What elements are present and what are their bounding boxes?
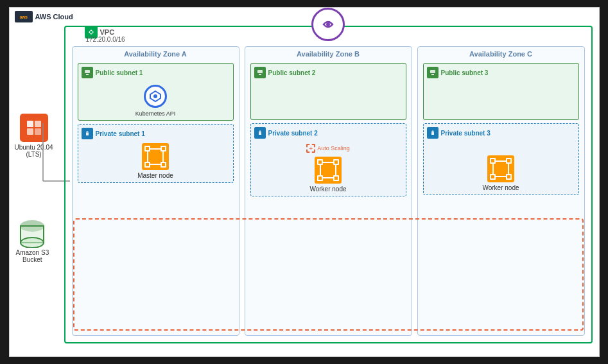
private-subnet-3-label: Private subnet 3 bbox=[441, 130, 491, 137]
az-a-box: Availability Zone A Public subnet 1 bbox=[72, 46, 239, 336]
vpc-text: VPC bbox=[100, 28, 115, 36]
svg-rect-3 bbox=[27, 128, 33, 135]
svg-rect-4 bbox=[35, 128, 41, 135]
aws-logo: aws bbox=[15, 11, 33, 22]
svg-point-19 bbox=[153, 94, 157, 98]
private-subnet-2-label: Private subnet 2 bbox=[268, 130, 318, 137]
public-subnet-3-label: Public subnet 3 bbox=[441, 69, 489, 76]
svg-rect-23 bbox=[257, 70, 263, 73]
s3-item: Amazon S3 Bucket bbox=[16, 220, 49, 263]
public-subnet-1-label: Public subnet 1 bbox=[96, 69, 143, 76]
public-subnet-1: Public subnet 1 Kub bbox=[78, 63, 234, 121]
worker-node-c-icon bbox=[487, 155, 514, 182]
auto-scaling-text: Auto Scaling bbox=[317, 145, 350, 152]
worker-node-b-icon bbox=[315, 157, 342, 184]
private-subnet-2-icon bbox=[254, 127, 266, 139]
kubernetes-api-icon bbox=[144, 85, 167, 108]
kubernetes-api-label: Kubernetes API bbox=[135, 110, 176, 117]
private-subnet-1-label: Private subnet 1 bbox=[96, 130, 145, 137]
public-subnet-2-label: Public subnet 2 bbox=[268, 69, 316, 76]
az-c-box: Availability Zone C Public subnet 3 bbox=[417, 46, 585, 336]
auto-scaling-icon: + bbox=[306, 144, 315, 153]
kubernetes-api-container: Kubernetes API bbox=[82, 82, 230, 117]
svg-rect-29 bbox=[431, 74, 434, 75]
svg-rect-21 bbox=[86, 133, 89, 135]
private-subnet-3: Private subnet 3 Worker node bbox=[423, 123, 579, 195]
az-c-label: Availability Zone C bbox=[418, 50, 584, 58]
az-container: Availability Zone A Public subnet 1 bbox=[72, 46, 585, 336]
worker-node-b-container: Worker node bbox=[254, 157, 403, 193]
auto-scaling-label-b: + Auto Scaling bbox=[254, 144, 403, 153]
public-subnet-1-icon bbox=[82, 67, 93, 78]
svg-rect-16 bbox=[86, 74, 89, 75]
aws-cloud-label: aws AWS Cloud bbox=[15, 11, 73, 22]
az-a-label: Availability Zone A bbox=[73, 50, 239, 58]
worker-node-c-label: Worker node bbox=[482, 184, 519, 191]
svg-rect-1 bbox=[27, 121, 33, 127]
master-node-icon bbox=[142, 143, 169, 170]
diagram-container: aws AWS Cloud Ubuntu 20.04 (LTS) bbox=[9, 7, 600, 357]
master-node-label: Master node bbox=[137, 172, 173, 179]
svg-point-13 bbox=[326, 22, 330, 26]
private-subnet-1-icon bbox=[82, 128, 93, 139]
worker-node-b-label: Worker node bbox=[309, 186, 346, 193]
az-b-label: Availability Zone B bbox=[245, 50, 412, 58]
private-subnet-3-icon bbox=[427, 127, 439, 139]
private-subnet-1: Private subnet 1 Master node bbox=[78, 124, 234, 183]
private-subnet-2: Private subnet 2 + Auto Scaling bbox=[250, 123, 406, 196]
worker-node-b-wrapper: + Auto Scaling bbox=[254, 144, 403, 193]
vpc-box: VPC 172.20.0.0/16 Availability Zone A bbox=[64, 26, 593, 343]
s3-icon bbox=[19, 220, 45, 248]
svg-rect-2 bbox=[35, 121, 41, 127]
svg-rect-31 bbox=[431, 132, 434, 135]
nlb-container bbox=[311, 8, 345, 41]
worker-node-c-container: Worker node bbox=[427, 155, 575, 191]
svg-rect-26 bbox=[259, 132, 261, 135]
vpc-cidr: 172.20.0.0/16 bbox=[86, 36, 125, 43]
svg-rect-28 bbox=[430, 70, 435, 73]
public-subnet-3: Public subnet 3 bbox=[423, 63, 579, 120]
s3-label: Amazon S3 Bucket bbox=[16, 249, 49, 263]
svg-rect-15 bbox=[85, 70, 90, 73]
master-node-container: Master node bbox=[82, 143, 230, 179]
public-subnet-3-icon bbox=[427, 67, 439, 78]
svg-point-11 bbox=[90, 31, 92, 33]
svg-point-9 bbox=[21, 238, 44, 248]
public-subnet-2-icon bbox=[254, 67, 266, 78]
az-b-box: Availability Zone B Public subnet 2 bbox=[245, 46, 412, 336]
nlb-icon bbox=[311, 8, 345, 41]
public-subnet-2: Public subnet 2 bbox=[250, 63, 406, 120]
svg-rect-24 bbox=[259, 74, 261, 75]
aws-cloud-text: AWS Cloud bbox=[35, 13, 73, 21]
